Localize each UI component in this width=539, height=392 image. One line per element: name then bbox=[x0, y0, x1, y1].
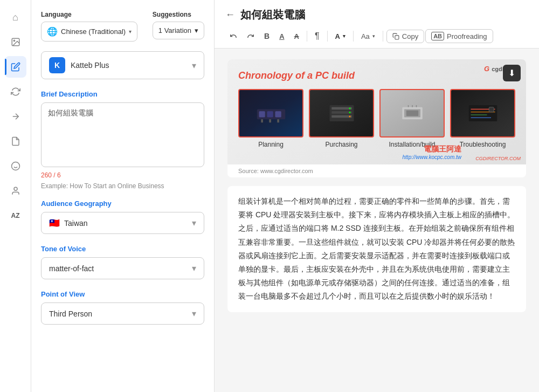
step-planning-image bbox=[238, 89, 303, 137]
pc-steps: Planning Purchasing bbox=[238, 89, 515, 148]
tone-dropdown[interactable]: matter-of-fact ▾ bbox=[41, 257, 204, 279]
svg-point-2 bbox=[11, 162, 19, 170]
editor-title: 如何組裝電腦 bbox=[240, 8, 305, 22]
svg-point-5 bbox=[14, 187, 17, 190]
step-installation: Installation/build bbox=[379, 89, 445, 148]
sidebar-forward[interactable] bbox=[5, 106, 26, 127]
language-label: Language bbox=[41, 11, 144, 18]
svg-rect-13 bbox=[277, 119, 279, 122]
taiwan-flag-icon: 🇹🇼 bbox=[49, 218, 60, 228]
sidebar-edit[interactable] bbox=[5, 56, 26, 78]
paragraph-button[interactable]: ¶ bbox=[310, 29, 324, 44]
sidebar: ⌂ AZ bbox=[0, 0, 31, 392]
suggestions-value: 1 Variation bbox=[158, 26, 191, 35]
katteb-selector[interactable]: K Katteb Plus ▾ bbox=[41, 51, 204, 79]
step-planning-label: Planning bbox=[238, 141, 303, 148]
sidebar-document[interactable] bbox=[5, 130, 26, 152]
pc-build-title: Chronology of a PC build bbox=[238, 70, 515, 81]
redo-button[interactable] bbox=[243, 30, 259, 43]
sidebar-home[interactable]: ⌂ bbox=[5, 6, 26, 28]
brief-section-label: Brief Description bbox=[41, 90, 204, 98]
proofreading-button[interactable]: AB Proofreading bbox=[425, 29, 493, 43]
suggestions-label: Suggestions bbox=[153, 11, 204, 18]
toolbar-separator-4 bbox=[383, 31, 383, 42]
download-button[interactable]: ⬇ bbox=[503, 65, 521, 81]
font-color-button[interactable]: A ▾ bbox=[331, 30, 350, 43]
svg-rect-10 bbox=[275, 111, 281, 117]
main-container: Language 🌐 Chinese (Traditional) ▾ Sugge… bbox=[31, 0, 539, 392]
editor-content: Gcgdirector ⬇ Chronology of a PC build P… bbox=[215, 49, 539, 392]
svg-rect-8 bbox=[259, 111, 265, 117]
katteb-chevron-icon: ▾ bbox=[192, 60, 196, 71]
pc-build-card: Gcgdirector ⬇ Chronology of a PC build P… bbox=[227, 59, 526, 177]
editor-title-row: ← 如何組裝電腦 bbox=[225, 8, 528, 22]
top-fields-row: Language 🌐 Chinese (Traditional) ▾ Sugge… bbox=[41, 11, 204, 42]
sidebar-az[interactable]: AZ bbox=[5, 205, 26, 226]
site-watermark: 電腦王阿達 http://www.kocpc.com.tw bbox=[403, 145, 461, 160]
left-panel: Language 🌐 Chinese (Traditional) ▾ Sugge… bbox=[31, 0, 215, 392]
sidebar-user[interactable] bbox=[5, 180, 26, 202]
step-troubleshooting: Troubleshooting bbox=[450, 89, 515, 148]
tone-arrow-icon: ▾ bbox=[192, 263, 196, 273]
audience-label: Audience Geography bbox=[41, 200, 204, 208]
audience-value: Taiwan bbox=[64, 219, 88, 228]
suggestions-field: Suggestions 1 Variation ▾ bbox=[153, 11, 204, 39]
language-value: Chinese (Traditional) bbox=[61, 27, 126, 36]
step-installation-image bbox=[379, 89, 445, 137]
svg-point-1 bbox=[13, 40, 15, 41]
sidebar-refresh[interactable] bbox=[5, 81, 26, 102]
pov-dropdown[interactable]: Third Person ▾ bbox=[41, 302, 204, 325]
copy-label: Copy bbox=[402, 32, 418, 40]
underline-button[interactable]: A bbox=[275, 30, 288, 43]
svg-rect-12 bbox=[269, 119, 271, 122]
font-size-button[interactable]: Aa ▾ bbox=[357, 30, 379, 43]
toolbar-separator-2 bbox=[327, 31, 328, 42]
source-text: Source: www.cgdirector.com bbox=[227, 164, 526, 177]
svg-rect-15 bbox=[331, 107, 352, 110]
pc-build-image: Gcgdirector ⬇ Chronology of a PC build P… bbox=[227, 59, 526, 164]
svg-rect-23 bbox=[406, 111, 418, 116]
toolbar-separator-3 bbox=[353, 31, 354, 42]
svg-rect-9 bbox=[267, 111, 273, 117]
brief-textarea[interactable]: 如何組裝電腦 bbox=[41, 102, 204, 167]
language-chevron-icon: ▾ bbox=[129, 29, 132, 35]
language-dropdown[interactable]: 🌐 Chinese (Traditional) ▾ bbox=[41, 22, 137, 42]
sidebar-image[interactable] bbox=[5, 31, 26, 53]
right-panel: ← 如何組裝電腦 B A A ¶ A ▾ Aa ▾ bbox=[215, 0, 539, 392]
svg-rect-11 bbox=[261, 119, 263, 122]
pov-value: Third Person bbox=[49, 310, 92, 318]
svg-point-20 bbox=[349, 116, 350, 118]
svg-rect-6 bbox=[395, 35, 399, 39]
pov-label: Point of View bbox=[41, 290, 204, 298]
tone-label: Tone of Voice bbox=[41, 245, 204, 253]
katteb-avatar: K bbox=[49, 57, 65, 73]
sidebar-emoji[interactable] bbox=[5, 155, 26, 177]
svg-rect-17 bbox=[331, 115, 352, 118]
audience-dropdown[interactable]: 🇹🇼 Taiwan ▾ bbox=[41, 212, 204, 234]
char-count: 260 / 6 bbox=[41, 171, 204, 179]
svg-point-19 bbox=[349, 112, 350, 113]
svg-point-18 bbox=[349, 108, 350, 109]
language-field: Language 🌐 Chinese (Traditional) ▾ bbox=[41, 11, 144, 42]
article-paragraph: 组装计算机是一个相对简单的过程，需要正确的零件和一些简单的步骤。首先，需要将 C… bbox=[238, 195, 515, 304]
copy-button[interactable]: Copy bbox=[386, 30, 424, 43]
editor-header: ← 如何組裝電腦 B A A ¶ A ▾ Aa ▾ bbox=[215, 0, 539, 49]
example-text: Example: How To Start an Online Business bbox=[41, 182, 204, 190]
svg-rect-32 bbox=[489, 107, 494, 112]
suggestions-dropdown[interactable]: 1 Variation ▾ bbox=[153, 22, 204, 39]
undo-button[interactable] bbox=[225, 30, 241, 43]
step-planning: Planning bbox=[238, 89, 303, 148]
toolbar-separator-1 bbox=[307, 31, 307, 42]
step-purchasing: Purchasing bbox=[309, 89, 374, 148]
strikethrough-button[interactable]: A bbox=[290, 30, 303, 43]
step-purchasing-label: Purchasing bbox=[309, 141, 374, 148]
article-body[interactable]: 组装计算机是一个相对简单的过程，需要正确的零件和一些简单的步骤。首先，需要将 C… bbox=[227, 186, 526, 312]
cgdirector-watermark: CGDIRECTOR.COM bbox=[475, 156, 521, 161]
pov-arrow-icon: ▾ bbox=[192, 308, 196, 319]
back-arrow-icon[interactable]: ← bbox=[225, 9, 235, 20]
svg-rect-16 bbox=[331, 111, 352, 114]
tone-value: matter-of-fact bbox=[49, 264, 94, 273]
audience-chevron-icon: ▾ bbox=[192, 218, 196, 228]
bold-button[interactable]: B bbox=[260, 29, 274, 43]
editor-toolbar: B A A ¶ A ▾ Aa ▾ Copy AB Proofreading bbox=[225, 29, 528, 48]
